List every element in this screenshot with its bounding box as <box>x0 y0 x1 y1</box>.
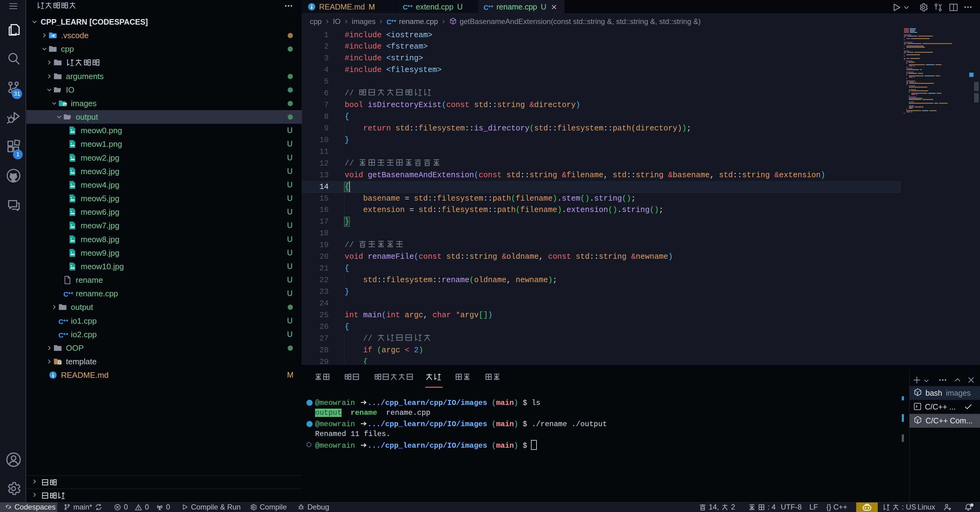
svg-text:$: $ <box>916 392 918 395</box>
svg-text:C: C <box>64 290 68 298</box>
svg-text:$: $ <box>916 420 918 423</box>
svg-text:C: C <box>403 3 408 11</box>
svg-text:C: C <box>484 3 488 11</box>
svg-text:C: C <box>387 18 391 26</box>
svg-text:C: C <box>59 331 64 339</box>
svg-text:C: C <box>59 318 64 325</box>
